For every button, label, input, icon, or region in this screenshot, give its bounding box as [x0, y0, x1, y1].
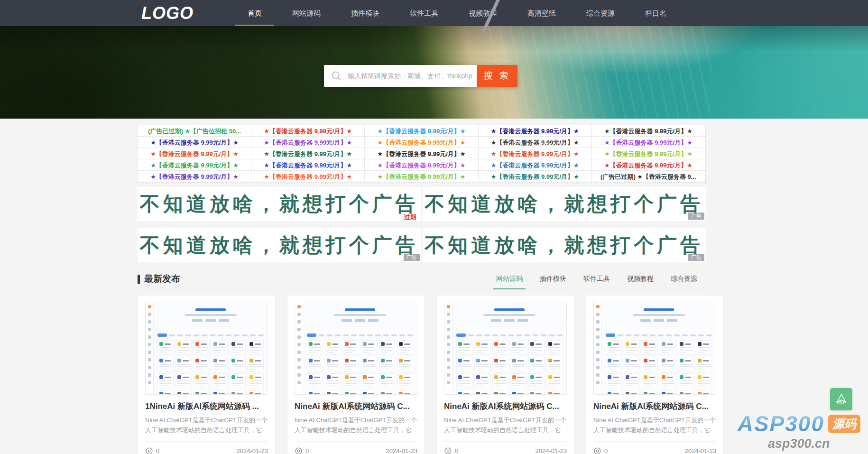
site-logo[interactable]: LOGO [141, 3, 208, 23]
thumbnail-decoration [500, 334, 506, 336]
ad-link[interactable]: ★【香港云服务器 9.99元/月】★ [591, 125, 705, 137]
thumbnail-decoration [680, 375, 683, 379]
thumbnail-decoration [508, 334, 514, 336]
thumbnail-decoration [642, 390, 658, 395]
ad-link[interactable]: ★【香港云服务器 9.99元/月】★ [251, 148, 365, 159]
ad-link[interactable]: ★【香港云服务器 9.99元/月】★ [138, 148, 251, 159]
card-thumbnail[interactable] [593, 302, 716, 395]
thumbnail-decoration [159, 375, 172, 379]
ad-link[interactable]: ★【香港云服务器 9.99元/月】★ [591, 159, 705, 171]
card-title[interactable]: NineAi 新版AI系统网站源码 C... [444, 401, 567, 412]
thumbnail-decoration [399, 342, 403, 346]
card-thumbnail[interactable] [444, 302, 567, 395]
thumbnail-decoration [606, 334, 615, 337]
thumbnail-decoration [536, 393, 542, 395]
category-tab[interactable]: 综合资源 [662, 275, 706, 289]
nav-item[interactable]: 首页 [232, 0, 277, 26]
thumbnail-decoration [183, 360, 189, 361]
ad-link[interactable]: ★【香港云服务器 9.99元/月】★ [364, 148, 478, 159]
thumbnail-decoration [644, 375, 656, 379]
thumbnail-decoration [297, 335, 301, 339]
thumbnail-decoration [218, 334, 223, 336]
nav-item[interactable]: 插件模块 [336, 0, 395, 26]
thumbnail-decoration [494, 347, 507, 348]
ad-link[interactable]: ★【香港云服务器 9.99元/月】★ [138, 159, 251, 171]
ad-link[interactable]: ★【香港云服务器 9.99元/月】★ [591, 136, 705, 148]
category-tab[interactable]: 视频教程 [619, 275, 662, 289]
ad-link[interactable]: ★【香港云服务器 9.99元/月】★ [138, 136, 251, 148]
search-input[interactable] [324, 65, 477, 87]
nav-item[interactable]: 栏目名 [630, 0, 682, 26]
thumbnail-decoration [368, 343, 374, 345]
thumbnail-decoration [685, 343, 691, 345]
ad-link[interactable]: ★【香港云服务器 9.99元/月】★ [364, 136, 478, 148]
card-title[interactable]: NineAi 新版AI系统网站源码 C... [593, 401, 716, 412]
card-thumbnail[interactable] [295, 302, 417, 395]
thumbnail-decoration [327, 364, 339, 365]
thumbnail-decoration [458, 342, 471, 346]
banner-ad[interactable]: 不知道放啥，就想打个广告 广告 [423, 187, 706, 221]
thumbnail-decoration [512, 392, 516, 395]
thumbnail-decoration [159, 350, 172, 351]
card-meta: 0 2024-01-23 [593, 441, 716, 454]
thumbnail-decoration [698, 392, 710, 395]
thumbnail-decoration [157, 357, 174, 371]
thumbnail-decoration [510, 357, 526, 371]
thumbnail-decoration [159, 359, 163, 362]
banner-ad[interactable]: 不知道放啥，就想打个广告 广告 [138, 228, 421, 262]
resource-card[interactable]: NineAi 新版AI系统网站源码 C... Nine AI.ChatGPT是基… [436, 295, 574, 454]
banner-ad[interactable]: 不知道放啥，就想打个广告 过期 [138, 187, 421, 221]
nav-item[interactable]: 软件工具 [395, 0, 453, 26]
card-title[interactable]: 1NineAi 新版AI系统网站源码 ... [145, 401, 268, 412]
category-tab[interactable]: 插件模块 [531, 275, 575, 289]
ad-link[interactable]: ★【香港云服务器 9.99元/月】★ [478, 125, 592, 137]
resource-card[interactable]: NineAi 新版AI系统网站源码 C... Nine AI.ChatGPT是基… [586, 295, 724, 454]
thumbnail-decoration [680, 350, 692, 351]
view-count: 0 [145, 447, 159, 454]
category-tab[interactable]: 网站源码 [488, 275, 531, 289]
thumbnail-decoration [463, 377, 470, 378]
nav-item[interactable]: 网站源码 [277, 0, 336, 26]
ad-link[interactable]: (广告已过期) ★【广告位招租 50... [138, 125, 251, 137]
nav-item[interactable]: 视频教程 [453, 0, 512, 26]
ad-link[interactable]: ★【香港云服务器 9.99元/月】★ [478, 136, 592, 148]
thumbnail-decoration [631, 360, 637, 361]
thumbnail-decoration [533, 334, 538, 336]
thumbnail-decoration [476, 375, 480, 379]
ad-link[interactable]: ★【香港云服务器 9.99元/月】★ [138, 170, 251, 182]
ad-link[interactable]: ★【香港云服务器 9.99元/月】★ [591, 148, 705, 159]
ad-link[interactable]: ★【香港云服务器 9.99元/月】★ [364, 159, 478, 171]
ad-link[interactable]: ★【香港云服务器 9.99元/月】★ [364, 170, 478, 182]
thumbnail-decoration [195, 364, 208, 365]
thumbnail-decoration [642, 373, 658, 388]
search-button[interactable]: 搜 索 [477, 65, 517, 87]
thumbnail-decoration [381, 392, 393, 395]
thumbnail-decoration [626, 369, 633, 370]
ad-link[interactable]: ★【香港云服务器 9.99元/月】★ [478, 159, 592, 171]
ad-link[interactable]: ★【香港云服务器 9.99元/月】★ [364, 125, 478, 137]
thumbnail-decoration [667, 343, 673, 345]
thumbnail-decoration [307, 357, 323, 371]
resource-card[interactable]: NineAi 新版AI系统网站源码 C... Nine AI.ChatGPT是基… [287, 295, 425, 454]
thumbnail-decoration [325, 373, 341, 388]
thumbnail-decoration [476, 369, 484, 370]
resource-card[interactable]: 1NineAi 新版AI系统网站源码 ... Nine AI.ChatGPT是基… [138, 295, 276, 454]
ad-link[interactable]: ★【香港云服务器 9.99元/月】★ [251, 170, 365, 182]
card-thumbnail[interactable] [145, 302, 268, 395]
ad-link[interactable]: ★【香港云服务器 9.99元/月】★ [251, 125, 365, 137]
banner-ad[interactable]: 不知道放啥，就想打个广告 广告 [423, 228, 706, 262]
card-title[interactable]: NineAi 新版AI系统网站源码 C... [295, 401, 417, 412]
publish-date: 2024-01-23 [536, 447, 567, 454]
ad-link[interactable]: ★【香港云服务器 9.99元/月】★ [251, 159, 365, 171]
nav-item[interactable]: 高清壁纸 [512, 0, 571, 26]
ad-link[interactable]: ★【香港云服务器 9.99元/月】★ [251, 136, 365, 148]
thumbnail-decoration [165, 360, 171, 361]
nav-item[interactable]: 综合资源 [571, 0, 630, 26]
back-to-top-button[interactable]: TOP [830, 388, 852, 410]
ad-link[interactable]: (广告已过期) ★【香港云服务器 9... [591, 170, 705, 182]
thumbnail-decoration [148, 343, 151, 346]
thumbnail-decoration [662, 364, 674, 365]
category-tab[interactable]: 软件工具 [575, 275, 619, 289]
ad-link[interactable]: ★【香港云服务器 9.99元/月】★ [478, 148, 592, 159]
ad-link[interactable]: ★【香港云服务器 9.99元/月】★ [478, 170, 592, 182]
